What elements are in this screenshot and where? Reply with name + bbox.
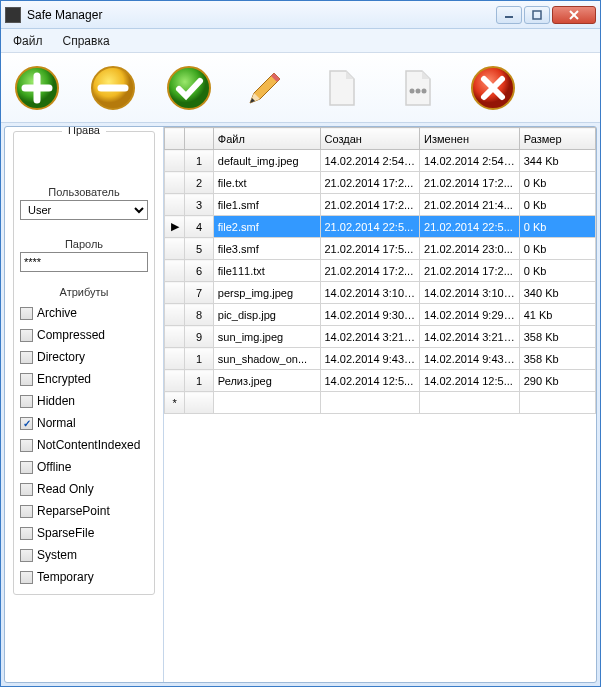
cell-file[interactable]: file.txt: [213, 172, 320, 194]
cell-modified[interactable]: 14.02.2014 2:54:...: [420, 150, 520, 172]
col-file[interactable]: Файл: [213, 128, 320, 150]
cell-modified[interactable]: [420, 392, 520, 414]
menu-file[interactable]: Файл: [9, 32, 47, 50]
cell-size[interactable]: 41 Kb: [519, 304, 595, 326]
cell-created[interactable]: 21.02.2014 17:2...: [320, 194, 420, 216]
attr-row-directory[interactable]: Directory: [20, 346, 148, 368]
cell-created[interactable]: 14.02.2014 12:5...: [320, 370, 420, 392]
attr-row-temporary[interactable]: Temporary: [20, 566, 148, 588]
attr-checkbox[interactable]: [20, 373, 33, 386]
cell-modified[interactable]: 21.02.2014 17:2...: [420, 260, 520, 282]
cell-size[interactable]: 0 Kb: [519, 260, 595, 282]
attr-row-sparsefile[interactable]: SparseFile: [20, 522, 148, 544]
attr-row-archive[interactable]: Archive: [20, 302, 148, 324]
minimize-button[interactable]: [496, 6, 522, 24]
attr-checkbox[interactable]: [20, 527, 33, 540]
table-row[interactable]: 1Релиз.jpeg14.02.2014 12:5...14.02.2014 …: [165, 370, 596, 392]
cell-modified[interactable]: 14.02.2014 3:21:...: [420, 326, 520, 348]
cancel-button[interactable]: [469, 64, 517, 112]
cell-size[interactable]: 0 Kb: [519, 194, 595, 216]
cell-size[interactable]: 358 Kb: [519, 326, 595, 348]
table-row[interactable]: 2file.txt21.02.2014 17:2...21.02.2014 17…: [165, 172, 596, 194]
cell-modified[interactable]: 14.02.2014 9:29:...: [420, 304, 520, 326]
cell-created[interactable]: 14.02.2014 2:54:...: [320, 150, 420, 172]
new-doc-button[interactable]: [317, 64, 365, 112]
cell-modified[interactable]: 14.02.2014 12:5...: [420, 370, 520, 392]
col-size[interactable]: Размер: [519, 128, 595, 150]
attr-row-normal[interactable]: Normal: [20, 412, 148, 434]
cell-created[interactable]: 14.02.2014 3:10:...: [320, 282, 420, 304]
attr-checkbox[interactable]: [20, 483, 33, 496]
attr-checkbox[interactable]: [20, 417, 33, 430]
table-row[interactable]: 3file1.smf21.02.2014 17:2...21.02.2014 2…: [165, 194, 596, 216]
table-row[interactable]: 1default_img.jpeg14.02.2014 2:54:...14.0…: [165, 150, 596, 172]
props-button[interactable]: [393, 64, 441, 112]
col-created[interactable]: Создан: [320, 128, 420, 150]
table-row[interactable]: ▶4file2.smf21.02.2014 22:5...21.02.2014 …: [165, 216, 596, 238]
cell-size[interactable]: 344 Kb: [519, 150, 595, 172]
attr-checkbox[interactable]: [20, 439, 33, 452]
cell-file[interactable]: default_img.jpeg: [213, 150, 320, 172]
table-row[interactable]: 8pic_disp.jpg14.02.2014 9:30:...14.02.20…: [165, 304, 596, 326]
cell-modified[interactable]: 21.02.2014 17:2...: [420, 172, 520, 194]
attr-row-notcontentindexed[interactable]: NotContentIndexed: [20, 434, 148, 456]
cell-created[interactable]: 14.02.2014 9:30:...: [320, 304, 420, 326]
file-grid[interactable]: Файл Создан Изменен Размер 1default_img.…: [164, 127, 596, 414]
cell-created[interactable]: [320, 392, 420, 414]
attr-checkbox[interactable]: [20, 395, 33, 408]
cell-size[interactable]: 0 Kb: [519, 172, 595, 194]
table-row[interactable]: *: [165, 392, 596, 414]
cell-modified[interactable]: 21.02.2014 23:0...: [420, 238, 520, 260]
password-input[interactable]: [20, 252, 148, 272]
attr-checkbox[interactable]: [20, 571, 33, 584]
cell-file[interactable]: sun_shadow_on...: [213, 348, 320, 370]
table-row[interactable]: 1sun_shadow_on...14.02.2014 9:43:...14.0…: [165, 348, 596, 370]
col-modified[interactable]: Изменен: [420, 128, 520, 150]
attr-checkbox[interactable]: [20, 329, 33, 342]
cell-file[interactable]: pic_disp.jpg: [213, 304, 320, 326]
attr-row-reparsepoint[interactable]: ReparsePoint: [20, 500, 148, 522]
attr-checkbox[interactable]: [20, 461, 33, 474]
titlebar[interactable]: Safe Manager: [1, 1, 600, 29]
attr-row-hidden[interactable]: Hidden: [20, 390, 148, 412]
table-row[interactable]: 9sun_img.jpeg14.02.2014 3:21:...14.02.20…: [165, 326, 596, 348]
table-row[interactable]: 5file3.smf21.02.2014 17:5...21.02.2014 2…: [165, 238, 596, 260]
col-rownum[interactable]: [185, 128, 213, 150]
cell-size[interactable]: 0 Kb: [519, 238, 595, 260]
cell-size[interactable]: 290 Kb: [519, 370, 595, 392]
edit-button[interactable]: [241, 64, 289, 112]
cell-file[interactable]: file3.smf: [213, 238, 320, 260]
cell-created[interactable]: 21.02.2014 17:2...: [320, 260, 420, 282]
attr-row-offline[interactable]: Offline: [20, 456, 148, 478]
attr-checkbox[interactable]: [20, 351, 33, 364]
cell-file[interactable]: file111.txt: [213, 260, 320, 282]
attr-row-system[interactable]: System: [20, 544, 148, 566]
cell-size[interactable]: [519, 392, 595, 414]
cell-file[interactable]: persp_img.jpeg: [213, 282, 320, 304]
cell-created[interactable]: 21.02.2014 22:5...: [320, 216, 420, 238]
attr-row-compressed[interactable]: Compressed: [20, 324, 148, 346]
cell-size[interactable]: 0 Kb: [519, 216, 595, 238]
cell-file[interactable]: file2.smf: [213, 216, 320, 238]
attr-checkbox[interactable]: [20, 307, 33, 320]
cell-modified[interactable]: 21.02.2014 22:5...: [420, 216, 520, 238]
attr-row-read only[interactable]: Read Only: [20, 478, 148, 500]
cell-created[interactable]: 21.02.2014 17:2...: [320, 172, 420, 194]
cell-modified[interactable]: 14.02.2014 3:10:...: [420, 282, 520, 304]
cell-modified[interactable]: 21.02.2014 21:4...: [420, 194, 520, 216]
attr-checkbox[interactable]: [20, 505, 33, 518]
attr-checkbox[interactable]: [20, 549, 33, 562]
attr-row-encrypted[interactable]: Encrypted: [20, 368, 148, 390]
cell-file[interactable]: sun_img.jpeg: [213, 326, 320, 348]
close-button[interactable]: [552, 6, 596, 24]
cell-file[interactable]: [213, 392, 320, 414]
cell-size[interactable]: 340 Kb: [519, 282, 595, 304]
apply-button[interactable]: [165, 64, 213, 112]
col-marker[interactable]: [165, 128, 185, 150]
cell-file[interactable]: file1.smf: [213, 194, 320, 216]
cell-modified[interactable]: 14.02.2014 9:43:...: [420, 348, 520, 370]
cell-file[interactable]: Релиз.jpeg: [213, 370, 320, 392]
add-button[interactable]: [13, 64, 61, 112]
remove-button[interactable]: [89, 64, 137, 112]
cell-size[interactable]: 358 Kb: [519, 348, 595, 370]
